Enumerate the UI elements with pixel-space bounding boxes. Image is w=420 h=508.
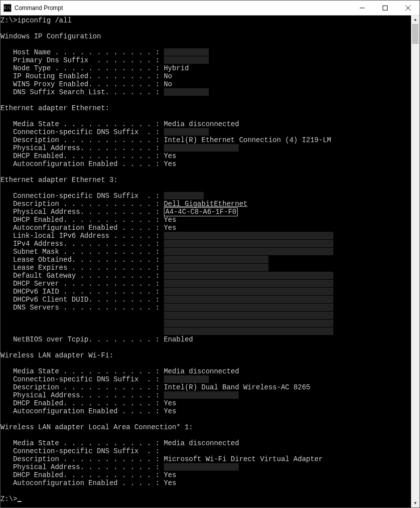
redacted-value — [164, 232, 333, 239]
redacted-value — [164, 288, 333, 295]
hostname-line: Host Name . . . . . . . . . . . . : — [0, 48, 209, 56]
redacted-value — [164, 48, 209, 56]
eth-phys: Physical Address. . . . . . . . . : — [0, 144, 239, 152]
console-output[interactable]: Z:\>ipconfig /all Windows IP Configurati… — [0, 15, 411, 508]
wifi-conn-dns: Connection-specific DNS Suffix . : — [0, 375, 209, 383]
redacted-value — [164, 192, 204, 199]
lac1-dhcp: DHCP Enabled. . . . . . . . . . . : Yes — [0, 471, 176, 479]
eth-dhcp: DHCP Enabled. . . . . . . . . . . : Yes — [0, 152, 176, 160]
redacted-value — [164, 280, 333, 287]
close-button[interactable] — [397, 0, 420, 15]
lac1-media-state: Media State . . . . . . . . . . . : Medi… — [0, 439, 239, 447]
redacted-value — [164, 328, 333, 335]
scrollbar-thumb[interactable] — [412, 24, 419, 44]
eth3-phys: Physical Address. . . . . . . . . : A4-4… — [0, 207, 238, 216]
redacted-value — [164, 248, 333, 255]
lac1-conn-dns: Connection-specific DNS Suffix . : — [0, 447, 159, 455]
section-winip: Windows IP Configuration — [0, 32, 101, 40]
redacted-value — [164, 144, 239, 152]
redacted-value — [164, 264, 269, 271]
eth3-gateway: Default Gateway . . . . . . . . . : — [0, 272, 333, 280]
scroll-down-button[interactable]: ▼ — [411, 499, 420, 508]
eth3-dhcpv6-iaid: DHCPv6 IAID . . . . . . . . . . . : — [0, 288, 333, 296]
eth3-dhcpv6-duid: DHCPv6 Client DUID. . . . . . . . : — [0, 296, 333, 304]
redacted-value — [164, 128, 209, 136]
ip-routing-line: IP Routing Enabled. . . . . . . . : No — [0, 72, 172, 80]
app-icon: C:\ — [3, 4, 11, 12]
node-type-line: Node Type . . . . . . . . . . . . : Hybr… — [0, 64, 189, 72]
eth3-autoconf: Autoconfiguration Enabled . . . . : Yes — [0, 224, 176, 232]
eth3-dns-server-4 — [0, 328, 333, 336]
vertical-scrollbar[interactable]: ▲ ▼ — [411, 15, 420, 508]
wifi-dhcp: DHCP Enabled. . . . . . . . . . . : Yes — [0, 399, 176, 407]
section-eth3: Ethernet adapter Ethernet 3: — [0, 176, 118, 184]
eth3-dns-servers: DNS Servers . . . . . . . . . . . : — [0, 304, 333, 312]
minimize-button[interactable] — [351, 0, 374, 15]
eth-conn-dns: Connection-specific DNS Suffix . : — [0, 128, 209, 136]
prompt-line: Z:\>ipconfig /all — [0, 16, 72, 24]
eth3-subnet: Subnet Mask . . . . . . . . . . . : — [0, 248, 333, 256]
redacted-value — [164, 312, 333, 319]
redacted-value — [164, 375, 209, 383]
redacted-value — [164, 240, 333, 247]
primary-dns-line: Primary Dns Suffix . . . . . . . : — [0, 56, 209, 64]
command-prompt-window: C:\ Command Prompt Z:\>ipconfig /all Win… — [0, 0, 420, 508]
lac1-autoconf: Autoconfiguration Enabled . . . . : Yes — [0, 479, 176, 487]
eth3-dhcp-server: DHCP Server . . . . . . . . . . . : — [0, 280, 333, 288]
wifi-phys: Physical Address. . . . . . . . . : — [0, 391, 239, 399]
svg-rect-1 — [383, 5, 388, 10]
redacted-value — [164, 320, 333, 327]
final-prompt: Z:\> — [0, 495, 21, 503]
redacted-value — [164, 256, 269, 263]
eth-autoconf: Autoconfiguration Enabled . . . . : Yes — [0, 160, 176, 168]
eth3-dhcp: DHCP Enabled. . . . . . . . . . . : Yes — [0, 216, 176, 224]
eth3-ipv4: IPv4 Address. . . . . . . . . . . : — [0, 240, 333, 248]
cursor-icon — [17, 501, 21, 502]
eth3-dns-server-3 — [0, 320, 333, 328]
redacted-value — [164, 296, 333, 303]
scroll-up-button[interactable]: ▲ — [411, 15, 420, 24]
wifi-media-state: Media State . . . . . . . . . . . : Medi… — [0, 367, 239, 375]
wins-proxy-line: WINS Proxy Enabled. . . . . . . . : No — [0, 80, 172, 88]
eth3-linklocal: Link-local IPv6 Address . . . . . : — [0, 232, 333, 240]
eth-media-state: Media State . . . . . . . . . . . : Medi… — [0, 120, 239, 128]
eth3-netbios: NetBIOS over Tcpip. . . . . . . . : Enab… — [0, 336, 193, 343]
eth3-desc: Description . . . . . . . . . . . : Dell… — [0, 200, 248, 208]
eth-desc: Description . . . . . . . . . . . : Inte… — [0, 136, 331, 144]
eth3-lease-exp: Lease Expires . . . . . . . . . . : — [0, 264, 269, 272]
client-area: Z:\>ipconfig /all Windows IP Configurati… — [0, 15, 420, 508]
section-eth: Ethernet adapter Ethernet: — [0, 104, 109, 112]
section-wifi: Wireless LAN adapter Wi-Fi: — [0, 351, 114, 359]
scrollbar-track[interactable] — [411, 24, 420, 499]
redacted-value — [164, 304, 333, 311]
wifi-autoconf: Autoconfiguration Enabled . . . . : Yes — [0, 407, 176, 415]
eth3-lease-obt: Lease Obtained. . . . . . . . . . : — [0, 256, 269, 264]
wifi-desc: Description . . . . . . . . . . . : Inte… — [0, 383, 310, 391]
section-lac1: Wireless LAN adapter Local Area Connecti… — [0, 423, 193, 431]
lac1-phys: Physical Address. . . . . . . . . : — [0, 463, 239, 471]
window-title: Command Prompt — [14, 4, 351, 11]
redacted-value — [164, 391, 239, 399]
redacted-value — [164, 56, 209, 64]
titlebar[interactable]: C:\ Command Prompt — [0, 0, 420, 15]
dns-search-line: DNS Suffix Search List. . . . . . : — [0, 88, 209, 96]
highlighted-mac: A4-4C-C8-A6-1F-F0 — [164, 207, 238, 216]
maximize-button[interactable] — [374, 0, 397, 15]
redacted-value — [164, 463, 239, 471]
eth3-dns-server-2 — [0, 312, 333, 320]
redacted-value — [164, 272, 333, 279]
redacted-value — [164, 88, 209, 96]
eth3-conn-dns: Connection-specific DNS Suffix . : — [0, 192, 204, 200]
lac1-desc: Description . . . . . . . . . . . : Micr… — [0, 455, 323, 463]
